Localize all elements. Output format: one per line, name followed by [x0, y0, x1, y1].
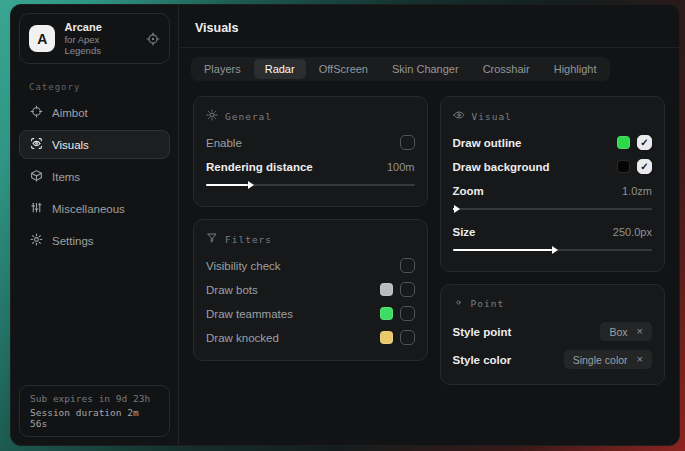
- close-icon[interactable]: ×: [637, 354, 643, 365]
- sidebar-item-label: Aimbot: [52, 107, 88, 119]
- rendering-distance-value: 100m: [387, 161, 415, 173]
- style-point-value: Box: [609, 326, 627, 338]
- draw-outline-checkbox[interactable]: [637, 135, 652, 150]
- panel-title-text: General: [225, 111, 272, 122]
- main-header: Visuals: [179, 5, 679, 48]
- style-color-select[interactable]: Single color ×: [564, 350, 652, 369]
- panel-title-text: Visual: [472, 111, 512, 122]
- style-point-label: Style point: [453, 326, 512, 338]
- size-slider[interactable]: [453, 244, 653, 256]
- size-label: Size: [453, 226, 476, 238]
- content-grid: General Enable Rendering distance 100m: [179, 83, 679, 398]
- draw-outline-row: Draw outline: [453, 131, 653, 154]
- left-column: General Enable Rendering distance 100m: [193, 96, 428, 361]
- slider-track: [453, 208, 653, 210]
- slider-fill[interactable]: [206, 184, 248, 186]
- sidebar-item-miscellaneous[interactable]: Miscellaneous: [19, 194, 170, 223]
- session-duration-text: Session duration 2m 56s: [30, 407, 159, 429]
- panel-filters-header: Filters: [206, 232, 415, 246]
- sidebar-item-label: Miscellaneous: [52, 203, 125, 215]
- tab-skin-changer[interactable]: Skin Changer: [381, 59, 470, 79]
- sidebar: A Arcane for Apex Legends Category Aimbo…: [11, 5, 179, 445]
- panel-title-text: Filters: [225, 234, 272, 245]
- draw-bots-color-swatch[interactable]: [380, 283, 393, 296]
- sidebar-item-label: Settings: [52, 235, 94, 247]
- draw-teammates-row: Draw teammates: [206, 302, 415, 325]
- tab-radar[interactable]: Radar: [254, 59, 306, 79]
- funnel-icon: [206, 232, 218, 246]
- panel-point: Point Style point Box × Style color Sing…: [440, 284, 666, 385]
- tab-bar-wrap: Players Radar OffScreen Skin Changer Cro…: [179, 48, 679, 83]
- zoom-slider[interactable]: [453, 203, 653, 215]
- draw-teammates-color-swatch[interactable]: [380, 307, 393, 320]
- app-header-card: A Arcane for Apex Legends: [19, 13, 170, 64]
- slider-fill[interactable]: [453, 208, 455, 210]
- draw-bots-label: Draw bots: [206, 284, 258, 296]
- draw-background-color-swatch[interactable]: [617, 160, 630, 173]
- visibility-check-label: Visibility check: [206, 260, 281, 272]
- tab-highlight[interactable]: Highlight: [543, 59, 608, 79]
- main-area: Visuals Players Radar OffScreen Skin Cha…: [179, 5, 679, 445]
- tab-offscreen[interactable]: OffScreen: [308, 59, 379, 79]
- sidebar-item-settings[interactable]: Settings: [19, 226, 170, 255]
- sub-expires-text: Sub expires in 9d 23h: [30, 393, 159, 404]
- panel-general-header: General: [206, 109, 415, 123]
- draw-outline-label: Draw outline: [453, 137, 522, 149]
- draw-bots-checkbox[interactable]: [400, 282, 415, 297]
- style-point-row: Style point Box ×: [453, 318, 653, 345]
- draw-teammates-label: Draw teammates: [206, 308, 293, 320]
- draw-outline-color-swatch[interactable]: [617, 136, 630, 149]
- crosshair-icon: [30, 105, 43, 120]
- style-color-row: Style color Single color ×: [453, 346, 653, 373]
- sidebar-item-label: Items: [52, 171, 80, 183]
- tab-bar: Players Radar OffScreen Skin Changer Cro…: [191, 57, 610, 81]
- sidebar-item-aimbot[interactable]: Aimbot: [19, 98, 170, 127]
- draw-knocked-row: Draw knocked: [206, 326, 415, 349]
- visibility-check-row: Visibility check: [206, 254, 415, 277]
- panel-point-header: Point: [453, 297, 653, 310]
- enable-row: Enable: [206, 131, 415, 154]
- tab-crosshair[interactable]: Crosshair: [472, 59, 541, 79]
- slider-fill[interactable]: [453, 249, 553, 251]
- visibility-check-checkbox[interactable]: [400, 258, 415, 273]
- style-point-select[interactable]: Box ×: [600, 322, 652, 341]
- sidebar-item-label: Visuals: [52, 139, 89, 151]
- panel-visual: Visual Draw outline Draw background: [440, 96, 666, 272]
- right-column: Visual Draw outline Draw background: [440, 96, 666, 385]
- enable-label: Enable: [206, 137, 242, 149]
- session-info-card: Sub expires in 9d 23h Session duration 2…: [19, 385, 170, 437]
- draw-bots-row: Draw bots: [206, 278, 415, 301]
- panel-filters: Filters Visibility check Draw bots: [193, 219, 428, 361]
- app-meta: Arcane for Apex Legends: [64, 21, 137, 56]
- app-name: Arcane: [64, 21, 137, 33]
- zoom-label: Zoom: [453, 185, 484, 197]
- style-color-value: Single color: [573, 354, 628, 366]
- draw-background-row: Draw background: [453, 155, 653, 178]
- size-row: Size 250.0px: [453, 220, 653, 243]
- target-icon[interactable]: [146, 32, 160, 46]
- sidebar-item-items[interactable]: Items: [19, 162, 170, 191]
- zoom-value: 1.0zm: [622, 185, 652, 197]
- tab-players[interactable]: Players: [193, 59, 252, 79]
- dot-icon: [453, 297, 464, 310]
- rendering-distance-label: Rendering distance: [206, 161, 313, 173]
- close-icon[interactable]: ×: [637, 326, 643, 337]
- enable-checkbox[interactable]: [400, 135, 415, 150]
- rendering-distance-slider[interactable]: [206, 179, 415, 191]
- sidebar-item-visuals[interactable]: Visuals: [19, 130, 170, 159]
- draw-knocked-label: Draw knocked: [206, 332, 279, 344]
- scan-eye-icon: [30, 137, 43, 152]
- style-color-label: Style color: [453, 354, 512, 366]
- sidebar-nav: Aimbot Visuals Items Miscellaneous Setti…: [19, 98, 170, 255]
- zoom-row: Zoom 1.0zm: [453, 179, 653, 202]
- gear-icon: [30, 233, 43, 248]
- app-logo: A: [29, 25, 55, 52]
- draw-background-checkbox[interactable]: [637, 159, 652, 174]
- category-label: Category: [29, 82, 168, 92]
- panel-general: General Enable Rendering distance 100m: [193, 96, 428, 207]
- eye-icon: [453, 109, 465, 123]
- draw-background-label: Draw background: [453, 161, 550, 173]
- draw-knocked-checkbox[interactable]: [400, 330, 415, 345]
- draw-teammates-checkbox[interactable]: [400, 306, 415, 321]
- draw-knocked-color-swatch[interactable]: [380, 331, 393, 344]
